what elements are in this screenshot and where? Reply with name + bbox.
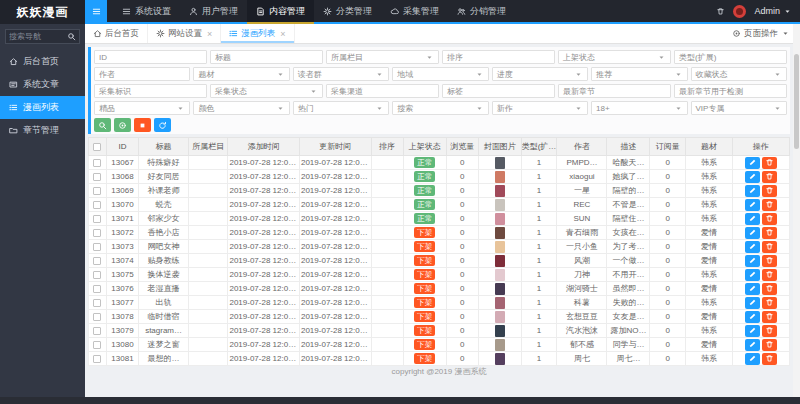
topnav-item-4[interactable]: 采集管理 xyxy=(381,0,448,22)
edit-button[interactable] xyxy=(745,353,760,365)
edit-button[interactable] xyxy=(745,227,760,239)
filter-input-2-5[interactable]: 最新章节用于检测 xyxy=(674,84,787,98)
edit-button[interactable] xyxy=(745,241,760,253)
delete-button[interactable] xyxy=(762,339,777,351)
delete-button[interactable] xyxy=(762,255,777,267)
filter-select-1-3[interactable]: 地域 xyxy=(392,67,488,81)
edit-button[interactable] xyxy=(745,255,760,267)
tab-close-icon[interactable]: × xyxy=(280,29,285,39)
row-checkbox[interactable] xyxy=(93,229,101,237)
delete-button[interactable] xyxy=(762,241,777,253)
delete-button[interactable] xyxy=(762,353,777,365)
clear-cache-icon[interactable] xyxy=(716,7,725,16)
avatar[interactable] xyxy=(733,5,746,18)
row-checkbox[interactable] xyxy=(93,159,101,167)
topnav-item-0[interactable]: 系统设置 xyxy=(113,0,180,22)
filter-select-3-1[interactable]: 颜色 xyxy=(193,101,289,115)
filter-input-0-3[interactable]: 排序 xyxy=(442,50,555,64)
row-checkbox[interactable] xyxy=(93,355,101,363)
filter-input-2-3[interactable]: 标签 xyxy=(442,84,555,98)
tab-0[interactable]: 后台首页 xyxy=(85,24,148,43)
cell-id: 13071 xyxy=(106,212,138,226)
edit-button[interactable] xyxy=(745,213,760,225)
row-checkbox[interactable] xyxy=(93,341,101,349)
filter-select-3-6[interactable]: VIP专属 xyxy=(691,101,787,115)
tab-2[interactable]: 漫画列表× xyxy=(221,24,294,43)
edit-button[interactable] xyxy=(745,269,760,281)
sidebar-item-2[interactable]: 漫画列表 xyxy=(0,96,85,119)
delete-button[interactable] xyxy=(762,227,777,239)
filter-input-0-1[interactable]: 标题 xyxy=(210,50,323,64)
edit-button[interactable] xyxy=(745,283,760,295)
edit-button[interactable] xyxy=(745,185,760,197)
filter-select-0-2[interactable]: 所属栏目 xyxy=(326,50,439,64)
edit-button[interactable] xyxy=(745,325,760,337)
delete-button[interactable] xyxy=(762,185,777,197)
filter-select-1-2[interactable]: 读者群 xyxy=(293,67,389,81)
stop-button[interactable] xyxy=(134,118,151,132)
delete-button[interactable] xyxy=(762,283,777,295)
delete-button[interactable] xyxy=(762,213,777,225)
refresh-button[interactable] xyxy=(154,118,171,132)
topnav-item-2[interactable]: 内容管理 xyxy=(247,0,314,22)
delete-button[interactable] xyxy=(762,157,777,169)
filter-select-1-5[interactable]: 推荐 xyxy=(591,67,687,81)
edit-button[interactable] xyxy=(745,339,760,351)
row-checkbox[interactable] xyxy=(93,313,101,321)
filter-select-1-1[interactable]: 题材 xyxy=(193,67,289,81)
row-checkbox[interactable] xyxy=(93,299,101,307)
row-checkbox[interactable] xyxy=(93,271,101,279)
row-checkbox[interactable] xyxy=(93,243,101,251)
scrollbar-track[interactable] xyxy=(793,24,800,397)
scrollbar-thumb[interactable] xyxy=(794,54,799,149)
admin-menu[interactable]: Admin xyxy=(754,6,792,16)
filter-input-2-4[interactable]: 最新章节 xyxy=(558,84,671,98)
collapse-menu-button[interactable] xyxy=(85,0,107,22)
edit-button[interactable] xyxy=(745,157,760,169)
filter-select-3-2[interactable]: 热门 xyxy=(293,101,389,115)
row-checkbox[interactable] xyxy=(93,201,101,209)
delete-button[interactable] xyxy=(762,269,777,281)
page-action-dropdown[interactable]: 页面操作 xyxy=(722,24,800,43)
row-checkbox[interactable] xyxy=(93,327,101,335)
filter-input-0-5[interactable]: 类型(扩展) xyxy=(674,50,787,64)
row-checkbox[interactable] xyxy=(93,215,101,223)
filter-select-3-4[interactable]: 新作 xyxy=(492,101,588,115)
edit-button[interactable] xyxy=(745,297,760,309)
delete-button[interactable] xyxy=(762,171,777,183)
filter-select-2-1[interactable]: 采集状态 xyxy=(210,84,323,98)
locate-button[interactable] xyxy=(114,118,131,132)
delete-button[interactable] xyxy=(762,311,777,323)
filter-input-2-0[interactable]: 采集标识 xyxy=(94,84,207,98)
filter-input-2-2[interactable]: 采集渠道 xyxy=(326,84,439,98)
delete-button[interactable] xyxy=(762,297,777,309)
filter-select-3-3[interactable]: 搜索 xyxy=(392,101,488,115)
sidebar-item-1[interactable]: 系统文章 xyxy=(0,73,85,96)
edit-button[interactable] xyxy=(745,171,760,183)
row-checkbox[interactable] xyxy=(93,187,101,195)
sidebar-item-0[interactable]: 后台首页 xyxy=(0,50,85,73)
filter-select-3-0[interactable]: 精品 xyxy=(94,101,190,115)
topnav-item-3[interactable]: 分类管理 xyxy=(314,0,381,22)
filter-select-1-6[interactable]: 收藏状态 xyxy=(691,67,787,81)
row-checkbox[interactable] xyxy=(93,257,101,265)
filter-select-1-4[interactable]: 进度 xyxy=(492,67,588,81)
filter-input-0-0[interactable]: ID xyxy=(94,50,207,64)
tab-1[interactable]: 网站设置× xyxy=(148,24,221,43)
filter-input-1-0[interactable]: 作者 xyxy=(94,67,190,81)
search-button[interactable] xyxy=(94,118,111,132)
delete-button[interactable] xyxy=(762,199,777,211)
tab-close-icon[interactable]: × xyxy=(207,29,212,39)
filter-select-3-5[interactable]: 18+ xyxy=(591,101,687,115)
sidebar-item-3[interactable]: 章节管理 xyxy=(0,119,85,142)
sidebar-search-input[interactable] xyxy=(9,32,67,41)
row-checkbox[interactable] xyxy=(93,173,101,181)
filter-select-0-4[interactable]: 上架状态 xyxy=(558,50,671,64)
topnav-item-1[interactable]: 用户管理 xyxy=(180,0,247,22)
select-all-checkbox[interactable] xyxy=(93,143,101,151)
edit-button[interactable] xyxy=(745,199,760,211)
edit-button[interactable] xyxy=(745,311,760,323)
delete-button[interactable] xyxy=(762,325,777,337)
row-checkbox[interactable] xyxy=(93,285,101,293)
topnav-item-5[interactable]: 分销管理 xyxy=(448,0,515,22)
